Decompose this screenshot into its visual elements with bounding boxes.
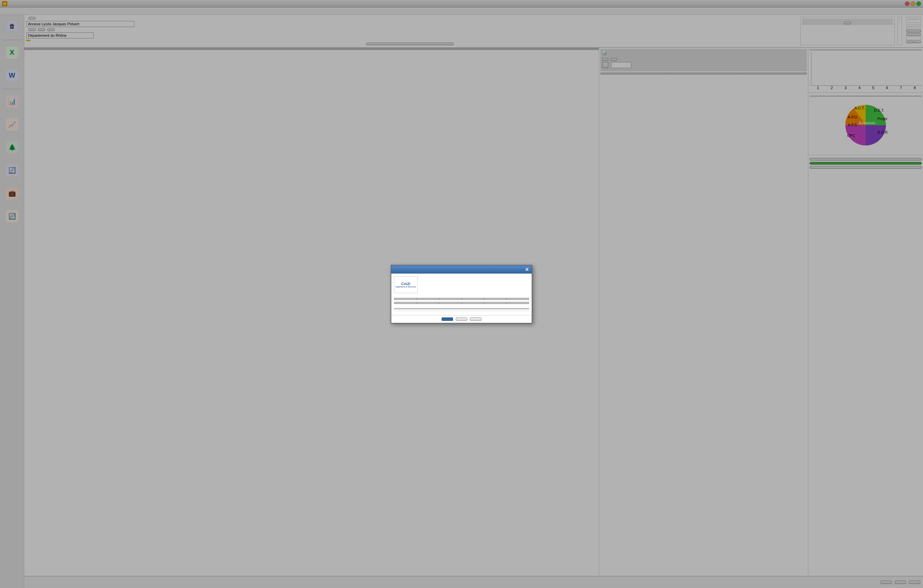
modal-overlay: ✕ Cm2i Ingénierie & Services	[0, 0, 923, 588]
echeance-table	[394, 308, 529, 309]
annuler-btn[interactable]	[470, 317, 481, 321]
cotraitants-table	[394, 302, 529, 304]
invoice-detail	[394, 296, 529, 297]
invoice-footer	[394, 311, 529, 312]
phase-col-header	[394, 298, 417, 300]
company-logo: Cm2i Ingénierie & Services	[394, 276, 418, 293]
mont-hon-col-header	[417, 298, 439, 300]
mont-avt2-col-header	[462, 302, 484, 304]
mont-rev2-col-header	[484, 302, 507, 304]
modal-close-btn[interactable]: ✕	[525, 267, 529, 272]
imprimer-btn[interactable]	[456, 317, 467, 321]
invoice-header: Cm2i Ingénierie & Services	[394, 276, 529, 293]
iban-col	[462, 308, 495, 309]
pct-avt2-col-header	[439, 302, 462, 304]
modal: ✕ Cm2i Ingénierie & Services	[391, 265, 532, 324]
company-info: Cm2i Ingénierie & Services	[394, 276, 418, 293]
totaux-col-header	[506, 298, 529, 300]
mont-rev-col-header	[484, 298, 507, 300]
banque-col	[394, 308, 428, 309]
modal-title-bar: ✕	[391, 266, 532, 274]
modal-footer	[391, 315, 532, 323]
rib-col	[428, 308, 462, 309]
bic-col	[495, 308, 529, 309]
modal-body: Cm2i Ingénierie & Services	[391, 274, 532, 315]
pdf-btn[interactable]	[442, 317, 453, 321]
phases-table	[394, 298, 529, 300]
mont-avt-col-header	[462, 298, 484, 300]
nom-hon-col-header	[394, 302, 417, 304]
mont-hon-col2-header	[417, 302, 439, 304]
pct-avt-col-header	[439, 298, 462, 300]
totaux2-col-header	[506, 302, 529, 304]
